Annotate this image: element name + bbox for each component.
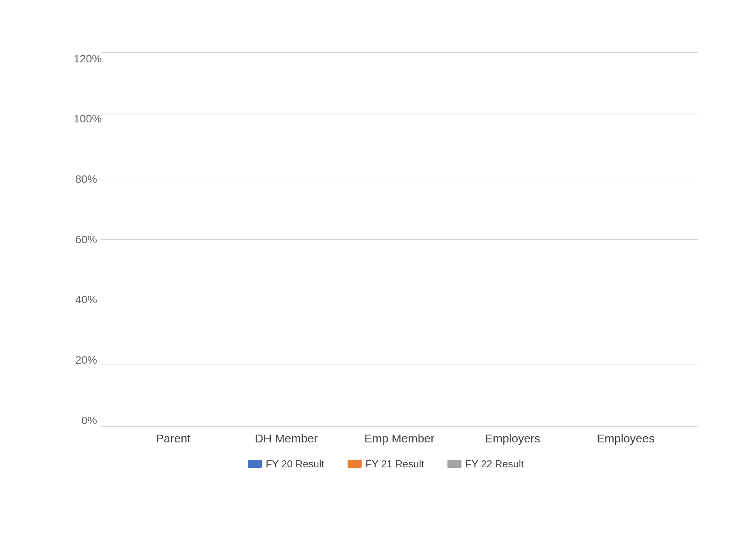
legend-label: FY 21 Result xyxy=(366,458,424,470)
legend: FY 20 ResultFY 21 ResultFY 22 Result xyxy=(74,458,698,470)
chart-container: 0%20%40%60%80%100%120% ParentDH MemberEm… xyxy=(27,21,729,536)
bars-area xyxy=(101,53,698,427)
legend-swatch xyxy=(447,460,461,468)
legend-item: FY 22 Result xyxy=(447,458,524,470)
y-axis-label: 100% xyxy=(74,113,101,125)
grid-and-bars xyxy=(101,53,698,427)
chart-area: 0%20%40%60%80%100%120% ParentDH MemberEm… xyxy=(74,53,698,450)
legend-item: FY 20 Result xyxy=(248,458,324,470)
y-axis-label: 0% xyxy=(74,414,101,427)
x-labels: ParentDH MemberEmp MemberEmployersEmploy… xyxy=(101,427,698,450)
y-axis-label: 120% xyxy=(74,53,101,65)
x-axis-label: DH Member xyxy=(230,432,343,445)
y-axis-label: 20% xyxy=(74,354,101,366)
x-axis-label: Parent xyxy=(117,432,230,445)
y-axis-label: 40% xyxy=(74,294,101,306)
y-axis-label: 80% xyxy=(74,173,101,186)
legend-swatch xyxy=(248,460,262,468)
y-axis: 0%20%40%60%80%100%120% xyxy=(74,53,101,427)
legend-label: FY 22 Result xyxy=(465,458,524,470)
legend-label: FY 20 Result xyxy=(266,458,324,470)
y-axis-label: 60% xyxy=(74,233,101,246)
x-axis-label: Employers xyxy=(456,432,569,445)
x-axis-label: Emp Member xyxy=(343,432,456,445)
legend-item: FY 21 Result xyxy=(348,458,424,470)
x-axis-label: Employees xyxy=(569,432,682,445)
legend-swatch xyxy=(348,460,362,468)
